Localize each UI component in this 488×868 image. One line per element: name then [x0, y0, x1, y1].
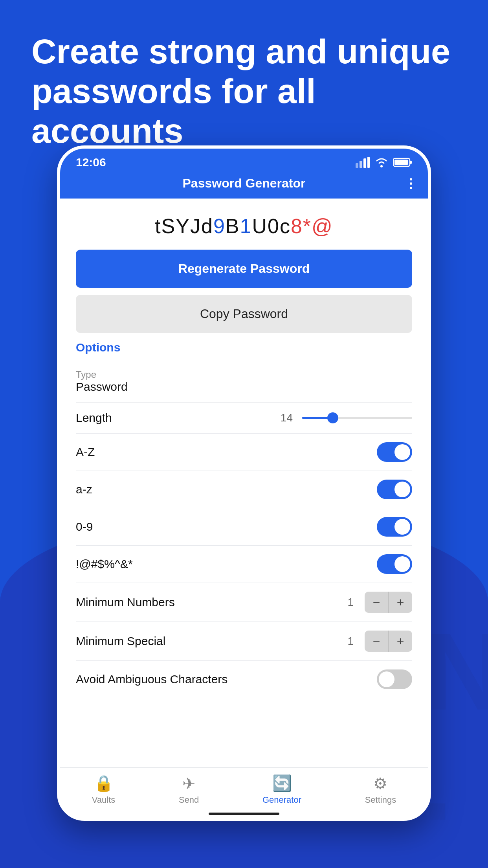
length-value: 14	[281, 412, 293, 424]
vaults-label: Vaults	[92, 795, 116, 805]
vaults-icon: 🔒	[94, 774, 114, 793]
password-text: tSYJd9B1U0c8*@	[155, 215, 333, 237]
password-display: tSYJd9B1U0c8*@	[60, 199, 428, 246]
type-label-group: Type Password	[76, 369, 128, 394]
option-min-numbers-row[interactable]: Minimum Numbers 1 − +	[76, 583, 412, 622]
num-toggle[interactable]	[377, 517, 412, 537]
avoid-label: Avoid Ambiguous Characters	[76, 673, 227, 686]
min-numbers-stepper[interactable]: − +	[365, 592, 412, 613]
menu-dot	[410, 178, 412, 180]
min-special-decrement[interactable]: −	[365, 631, 388, 652]
num-label: 0-9	[76, 520, 93, 533]
app-title: Password Generator	[183, 176, 306, 191]
min-numbers-stepper-group: 1 − +	[347, 592, 412, 613]
min-numbers-value: 1	[347, 596, 354, 609]
home-indicator	[60, 810, 428, 818]
svg-rect-3	[367, 157, 370, 168]
app-header: Password Generator	[60, 172, 428, 199]
send-icon: ✈	[182, 774, 196, 793]
battery-icon	[393, 157, 412, 167]
length-slider-container: 14	[112, 412, 412, 424]
special-toggle-knob	[394, 556, 410, 572]
type-value: Password	[76, 380, 128, 394]
nav-send[interactable]: ✈ Send	[179, 774, 199, 805]
svg-rect-7	[394, 160, 408, 165]
hero-title: Create strong and unique passwords for a…	[31, 31, 457, 151]
nav-generator[interactable]: 🔄 Generator	[262, 774, 301, 805]
min-special-stepper[interactable]: − +	[365, 631, 412, 652]
svg-rect-0	[356, 163, 358, 168]
min-special-value: 1	[347, 635, 354, 647]
special-label: !@#$%^&*	[76, 557, 133, 571]
copy-password-button[interactable]: Copy Password	[76, 295, 412, 333]
length-label: Length	[76, 411, 112, 425]
options-section: Options Type Password Length 14	[60, 341, 428, 698]
pw-segment-3: B	[226, 215, 240, 237]
settings-label: Settings	[365, 795, 396, 805]
option-type-row[interactable]: Type Password	[76, 360, 412, 403]
svg-rect-1	[360, 161, 362, 168]
min-special-stepper-group: 1 − +	[347, 631, 412, 652]
min-numbers-decrement[interactable]: −	[365, 592, 388, 613]
num-toggle-knob	[394, 519, 410, 535]
option-az-row[interactable]: A-Z	[76, 434, 412, 471]
az-label: A-Z	[76, 445, 95, 459]
slider-thumb[interactable]	[327, 412, 338, 423]
content-area: tSYJd9B1U0c8*@ Regenerate Password Copy …	[60, 199, 428, 767]
menu-dot	[410, 187, 412, 189]
az-toggle[interactable]	[377, 442, 412, 462]
generator-label: Generator	[262, 795, 301, 805]
min-numbers-increment[interactable]: +	[389, 592, 412, 613]
send-label: Send	[179, 795, 199, 805]
option-num-row[interactable]: 0-9	[76, 508, 412, 546]
az2-toggle-knob	[394, 482, 410, 497]
nav-settings[interactable]: ⚙ Settings	[365, 774, 396, 805]
bottom-nav: 🔒 Vaults ✈ Send 🔄 Generator ⚙ Settings	[60, 767, 428, 810]
pw-segment-2: 9	[213, 215, 226, 237]
min-numbers-label: Minimum Numbers	[76, 596, 175, 609]
option-avoid-row[interactable]: Avoid Ambiguous Characters	[76, 661, 412, 698]
min-special-increment[interactable]: +	[389, 631, 412, 652]
min-special-label: Minimum Special	[76, 634, 165, 648]
special-toggle[interactable]	[377, 554, 412, 574]
options-label: Options	[76, 341, 412, 354]
svg-point-4	[380, 165, 383, 167]
length-slider-track[interactable]	[302, 417, 412, 419]
avoid-toggle[interactable]	[377, 669, 412, 689]
regenerate-button[interactable]: Regenerate Password	[76, 250, 412, 288]
status-icons	[356, 157, 412, 168]
avoid-toggle-knob	[379, 671, 394, 687]
generator-icon: 🔄	[272, 774, 292, 793]
settings-icon: ⚙	[373, 774, 387, 793]
option-length-row[interactable]: Length 14	[76, 403, 412, 434]
status-bar: 12:06	[60, 149, 428, 172]
az2-toggle[interactable]	[377, 480, 412, 499]
wifi-icon	[374, 157, 389, 168]
phone-mockup: 12:06 Password	[57, 145, 431, 821]
signal-icon	[356, 157, 370, 168]
pw-segment-1: tSYJd	[155, 215, 213, 237]
nav-vaults[interactable]: 🔒 Vaults	[92, 774, 116, 805]
menu-dot	[410, 182, 412, 185]
option-special-row[interactable]: !@#$%^&*	[76, 546, 412, 583]
svg-rect-6	[410, 161, 412, 164]
pw-segment-6: 8*@	[291, 215, 333, 237]
az-toggle-knob	[394, 444, 410, 460]
menu-button[interactable]	[410, 178, 412, 189]
pw-segment-5: U0c	[252, 215, 290, 237]
svg-rect-2	[363, 158, 366, 168]
option-min-special-row[interactable]: Minimum Special 1 − +	[76, 622, 412, 661]
status-time: 12:06	[76, 156, 106, 169]
option-az2-row[interactable]: a-z	[76, 471, 412, 508]
home-bar	[209, 813, 279, 815]
az2-label: a-z	[76, 483, 92, 496]
type-sublabel: Type	[76, 369, 128, 380]
pw-segment-4: 1	[240, 215, 252, 237]
